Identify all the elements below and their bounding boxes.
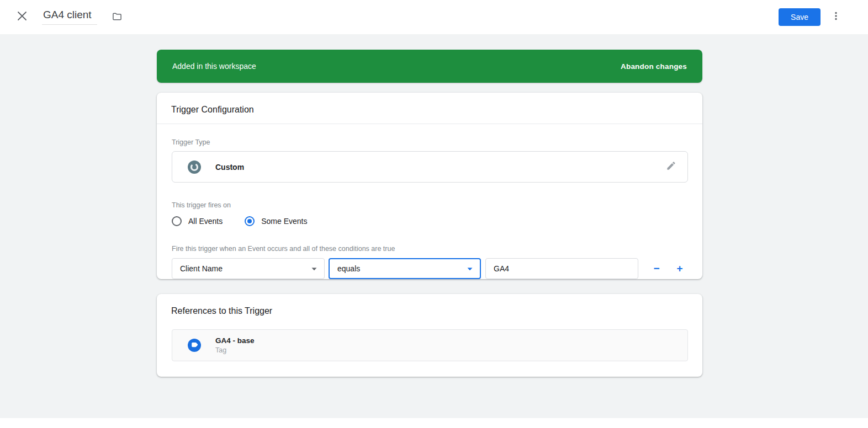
banner-message: Added in this workspace [172, 62, 256, 71]
chevron-down-icon [467, 264, 473, 273]
chevron-down-icon [311, 264, 317, 273]
trigger-card-title: Trigger Configuration [157, 93, 702, 124]
plus-icon: + [676, 263, 682, 275]
abandon-changes-button[interactable]: Abandon changes [621, 62, 687, 71]
minus-icon: − [653, 263, 659, 275]
radio-some-events-label: Some Events [261, 217, 307, 226]
trigger-configuration-card: Trigger Configuration Trigger Type Custo… [157, 93, 702, 279]
pencil-icon [666, 160, 676, 173]
top-bar: GA4 client Save [0, 0, 868, 34]
remove-condition-button[interactable]: − [648, 260, 665, 277]
card-divider [157, 124, 702, 124]
page-title[interactable]: GA4 client [42, 8, 97, 25]
trigger-type-label: Trigger Type [172, 138, 688, 146]
references-card: References to this Trigger GA4 - base Ta… [157, 294, 702, 377]
conditions-label: Fire this trigger when an Event occurs a… [172, 245, 688, 253]
more-menu-button[interactable] [828, 9, 844, 25]
workspace-status-banner: Added in this workspace Abandon changes [157, 50, 702, 83]
reference-text: GA4 - base Tag [215, 336, 255, 354]
radio-all-events[interactable]: All Events [172, 216, 223, 226]
fires-on-radio-group: All Events Some Events [172, 216, 688, 226]
trigger-name-field[interactable]: GA4 client [42, 8, 97, 25]
reference-type: Tag [215, 346, 255, 354]
close-icon [17, 11, 27, 23]
reference-item-ga4-base[interactable]: GA4 - base Tag [172, 329, 688, 361]
radio-some-events[interactable]: Some Events [245, 216, 307, 226]
workspace-background: Added in this workspace Abandon changes … [0, 34, 868, 418]
close-button[interactable] [14, 9, 30, 25]
add-condition-button[interactable]: + [671, 260, 688, 277]
fires-on-label: This trigger fires on [172, 201, 688, 209]
condition-value-input[interactable] [485, 258, 638, 279]
content-column: Added in this workspace Abandon changes … [157, 50, 702, 377]
condition-operator-value: equals [337, 264, 360, 273]
radio-unchecked-icon [172, 216, 182, 226]
folder-button[interactable] [110, 11, 124, 24]
folder-icon [112, 11, 123, 24]
condition-variable-value: Client Name [180, 264, 223, 273]
condition-operator-select[interactable]: equals [329, 258, 481, 279]
reference-name: GA4 - base [215, 336, 255, 345]
tag-icon [187, 338, 202, 352]
radio-all-events-label: All Events [188, 217, 223, 226]
trigger-type-selector[interactable]: Custom [172, 151, 688, 183]
more-vert-icon [831, 11, 841, 23]
condition-row: Client Name equals − + [172, 258, 688, 279]
edit-trigger-type-button[interactable] [664, 160, 678, 174]
references-card-title: References to this Trigger [157, 294, 702, 325]
custom-trigger-icon [187, 160, 202, 174]
save-button[interactable]: Save [779, 8, 821, 26]
condition-variable-select[interactable]: Client Name [172, 258, 325, 279]
trigger-type-value: Custom [215, 163, 664, 172]
radio-checked-icon [245, 216, 255, 226]
